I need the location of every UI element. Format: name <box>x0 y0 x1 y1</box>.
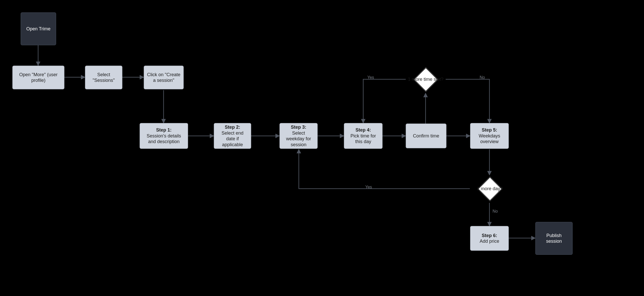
edge-label-yes1: Yes <box>367 75 374 80</box>
node-open-trime: Open Trime <box>21 12 56 45</box>
step-title: Step 4: <box>355 127 371 133</box>
step-desc: Pick time for this day <box>347 133 379 145</box>
edge-label-yes2: Yes <box>365 185 372 189</box>
decision-time-slot: 1 more time slot? <box>406 66 446 93</box>
node-label: Select "Sessions" <box>88 72 119 83</box>
node-step2: Step 2: Select end date if applicable <box>214 123 251 149</box>
step-title: Step 3: <box>291 124 306 130</box>
node-step6: Step 6: Add price <box>470 226 509 251</box>
node-confirm-time: Confirm time <box>406 124 446 148</box>
node-open-more: Open "More" (user profile) <box>12 66 64 89</box>
node-label: Publish session <box>538 233 570 244</box>
step-title: Step 6: <box>482 233 497 239</box>
edge-label-no2: No <box>493 209 498 214</box>
step-desc: Select end date if applicable <box>217 130 248 148</box>
node-step5: Step 5: Weekdays overview <box>470 123 509 149</box>
node-publish: Publish session <box>535 222 573 255</box>
step-desc: Session's details and description <box>143 133 185 145</box>
decision-label: 1 more day? <box>477 186 503 192</box>
node-label: Open Trime <box>26 26 50 32</box>
node-step3: Step 3: Select weekday for session <box>279 123 318 149</box>
step-desc: Weekdays overview <box>473 133 506 145</box>
edge-label-no1: No <box>480 75 485 80</box>
decision-day: 1 more day? <box>470 175 510 203</box>
step-desc: Select weekday for session <box>283 130 315 148</box>
decision-label: 1 more time slot? <box>408 77 443 82</box>
step-title: Step 1: <box>156 127 172 133</box>
step-title: Step 5: <box>482 127 497 133</box>
step-title: Step 2: <box>225 124 240 130</box>
node-select-sessions: Select "Sessions" <box>85 66 122 89</box>
node-step4: Step 4: Pick time for this day <box>344 123 383 149</box>
node-create-session: Click on "Create a session" <box>144 66 184 89</box>
node-label: Click on "Create a session" <box>147 72 181 83</box>
step-desc: Add price <box>480 238 499 244</box>
node-label: Open "More" (user profile) <box>15 72 61 83</box>
node-step1: Step 1: Session's details and descriptio… <box>140 123 188 149</box>
node-label: Confirm time <box>413 133 439 139</box>
